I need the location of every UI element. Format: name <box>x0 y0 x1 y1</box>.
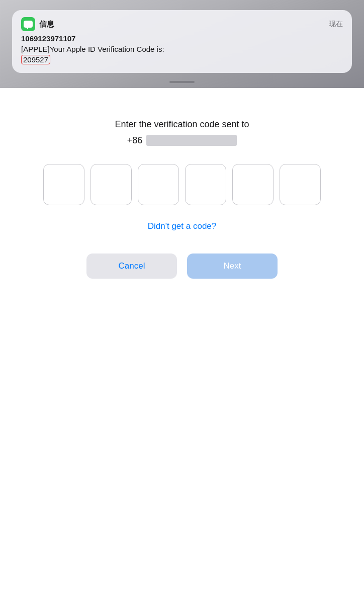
notification-card: 信息 现在 10691239711​07 [APPLE]Your Apple I… <box>12 10 352 73</box>
phone-number-row: +86 <box>127 135 237 146</box>
notification-header: 信息 现在 <box>21 17 343 31</box>
drag-handle <box>169 81 195 83</box>
code-input-row <box>43 164 321 205</box>
code-box-1[interactable] <box>43 164 84 205</box>
button-row: Cancel Next <box>86 254 278 279</box>
notification-body-text: [APPLE]Your Apple ID Verification Code i… <box>21 45 164 53</box>
code-box-5[interactable] <box>232 164 274 205</box>
next-button[interactable]: Next <box>187 254 278 279</box>
main-content: Enter the verification code sent to +86 … <box>0 88 364 299</box>
notification-sender: 10691239711​07 <box>21 34 343 43</box>
notification-time: 现在 <box>329 20 343 29</box>
app-name-label: 信息 <box>39 20 54 29</box>
phone-number-redacted <box>146 135 237 146</box>
cancel-button[interactable]: Cancel <box>86 254 177 279</box>
messages-app-icon <box>21 17 35 31</box>
notification-app-info: 信息 <box>21 17 54 31</box>
prompt-text: Enter the verification code sent to <box>115 118 249 131</box>
phone-prefix: +86 <box>127 135 143 146</box>
code-box-6[interactable] <box>280 164 321 205</box>
verification-code: 209527 <box>21 55 50 64</box>
code-box-4[interactable] <box>185 164 226 205</box>
code-box-3[interactable] <box>138 164 179 205</box>
notification-area: 信息 现在 10691239711​07 [APPLE]Your Apple I… <box>0 0 364 88</box>
messages-bubble-icon <box>24 21 33 28</box>
code-box-2[interactable] <box>90 164 132 205</box>
notification-body: [APPLE]Your Apple ID Verification Code i… <box>21 44 343 65</box>
resend-code-link[interactable]: Didn't get a code? <box>148 221 217 231</box>
